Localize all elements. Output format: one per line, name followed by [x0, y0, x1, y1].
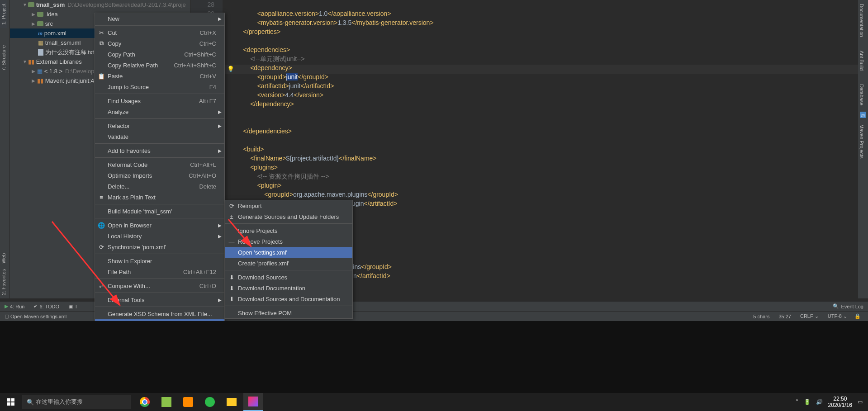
menu-item[interactable]: ⬇Download Sources [225, 272, 352, 283]
status-encoding[interactable]: UTF-8 ⌄ [823, 313, 852, 319]
tab-ant[interactable]: Ant Build [858, 47, 865, 74]
menu-label: New [108, 15, 119, 22]
tab-project[interactable]: 1: Project [0, 0, 7, 28]
menu-item[interactable]: Reformat CodeCtrl+Alt+L [95, 159, 224, 170]
menu-label: Reformat Code [108, 161, 147, 168]
submenu-arrow-icon: ▶ [218, 298, 222, 302]
chrome-icon [140, 397, 150, 407]
desktop-gap [0, 321, 868, 393]
status-eol[interactable]: CRLF ⌄ [796, 313, 823, 319]
menu-item[interactable]: Delete...Delete [95, 181, 224, 192]
menu-label: Add to Favorites [108, 147, 151, 154]
app-intellij[interactable] [243, 393, 263, 411]
svg-rect-3 [11, 398, 14, 402]
menu-item[interactable]: Ignore Projects [225, 225, 352, 236]
app-notepadpp[interactable] [157, 393, 176, 411]
taskbar-apps [135, 393, 263, 411]
menu-item[interactable]: —Remove Projects [225, 236, 352, 247]
menu-item[interactable]: ±Generate Sources and Update Folders [225, 211, 352, 222]
menu-item[interactable]: File PathCtrl+Alt+F12 [95, 266, 224, 277]
menu-item[interactable]: ≡Mark as Plain Text [95, 192, 224, 203]
menu-label: Delete... [108, 183, 129, 190]
submenu-arrow-icon: ▶ [218, 109, 222, 114]
system-tray: ˄ 🔋 🔊 22:502020/1/16 ▭ [796, 396, 868, 408]
menu-item[interactable]: Jump to SourceF4 [95, 81, 224, 92]
menu-item[interactable]: External Tools▶ [95, 294, 224, 305]
folder-icon [28, 2, 34, 7]
context-menu-main[interactable]: New▶✂CutCtrl+X⧉CopyCtrl+CCopy PathCtrl+S… [95, 13, 225, 355]
menu-item[interactable]: Optimize ImportsCtrl+Alt+O [95, 170, 224, 181]
app-explorer[interactable] [222, 393, 242, 411]
tab-favorites[interactable]: 2: Favorites [0, 265, 7, 298]
menu-item[interactable]: ⬇Download Sources and Documentation [225, 293, 352, 304]
menu-item[interactable]: Generate XSD Schema from XML File... [95, 308, 224, 319]
tab-terminal[interactable]: ▣T [64, 303, 82, 309]
menu-label: Open 'settings.xml' [238, 249, 287, 256]
menu-item[interactable]: ⧉CopyCtrl+C [95, 38, 224, 49]
start-button[interactable] [0, 393, 22, 411]
menu-item[interactable]: ⬇Download Documentation [225, 283, 352, 293]
menu-shortcut: Ctrl+Shift+C [184, 51, 216, 58]
menu-item[interactable]: Local History▶ [95, 231, 224, 241]
run-icon: ▶ [5, 303, 8, 309]
tab-run[interactable]: ▶4: Run [0, 303, 29, 309]
tab-structure[interactable]: 7: Structure [0, 42, 7, 75]
tray-chevron-icon[interactable]: ˄ [796, 399, 798, 405]
menu-label: Show Effective POM [238, 310, 292, 317]
menu-label: File Path [108, 269, 131, 275]
log-icon: 🔍 [833, 303, 839, 309]
menu-item[interactable]: Find UsagesAlt+F7 [95, 95, 224, 106]
menu-label: Compare With... [108, 283, 150, 289]
menu-item[interactable]: Build Module 'tmall_ssm' [95, 206, 224, 217]
battery-icon[interactable]: 🔋 [804, 399, 811, 405]
menu-shortcut: Ctrl+Alt+O [189, 172, 216, 179]
tab-database[interactable]: Database [858, 80, 865, 109]
tab-documentation[interactable]: Documentation [858, 0, 865, 41]
menu-item[interactable]: 🌐Open in Browser▶ [95, 220, 224, 231]
tab-maven-projects[interactable]: Maven Projects [858, 121, 865, 162]
menu-label: Show in Explorer [108, 258, 152, 265]
menu-item[interactable]: ⟳Reimport [225, 200, 352, 211]
tab-web[interactable]: Web [0, 250, 7, 267]
app-chrome[interactable] [135, 393, 155, 411]
menu-item[interactable]: ✂CutCtrl+X [95, 27, 224, 38]
tree-root[interactable]: ▼ tmall_ssmD:\DevelopingSoftware\ideaIU-… [10, 0, 190, 9]
menu-item[interactable]: New▶ [95, 13, 224, 24]
menu-item[interactable]: ⟳Synchronize 'pom.xml' [95, 241, 224, 252]
menu-item[interactable]: Open 'settings.xml' [225, 247, 352, 258]
volume-icon[interactable]: 🔊 [816, 399, 823, 405]
left-tool-strip: 1: Project 7: Structure Web 2: Favorites [0, 0, 10, 298]
status-caret[interactable]: 35:27 [774, 314, 796, 319]
menu-icon: 📋 [98, 73, 105, 80]
menu-item[interactable]: Create 'profiles.xml' [225, 258, 352, 269]
notifications-icon[interactable]: ▭ [858, 399, 863, 405]
menu-label: Jump to Source [108, 84, 149, 90]
maven-icon: m [860, 112, 866, 118]
menu-item[interactable]: Refactor▶ [95, 120, 224, 131]
menu-item[interactable]: Analyze▶ [95, 106, 224, 117]
context-menu-maven[interactable]: ⟳Reimport±Generate Sources and Update Fo… [225, 200, 353, 319]
menu-shortcut: Ctrl+X [200, 29, 216, 36]
menu-shortcut: F4 [209, 84, 216, 90]
menu-item[interactable]: ⇄Compare With...Ctrl+D [95, 280, 224, 291]
menu-shortcut: Ctrl+Alt+L [190, 161, 216, 168]
svg-rect-2 [7, 398, 10, 402]
menu-item[interactable]: Copy Relative PathCtrl+Alt+Shift+C [95, 60, 224, 71]
menu-item[interactable]: Copy PathCtrl+Shift+C [95, 49, 224, 60]
lock-icon[interactable]: 🔒 [852, 313, 863, 319]
menu-item[interactable]: Show Effective POM [225, 307, 352, 318]
menu-item[interactable]: Validate [95, 131, 224, 142]
app-wechat[interactable] [200, 393, 220, 411]
menu-item[interactable]: Show in Explorer [95, 255, 224, 266]
app-pdf[interactable] [178, 393, 198, 411]
submenu-arrow-icon: ▶ [218, 16, 222, 21]
menu-item[interactable]: Add to Favorites▶ [95, 145, 224, 156]
menu-label: Refactor [108, 123, 130, 129]
taskbar-search[interactable]: 🔍 在这里输入你要搜 [23, 395, 131, 409]
menu-item[interactable]: 📋PasteCtrl+V [95, 71, 224, 81]
folder-icon [227, 398, 237, 406]
tab-todo[interactable]: ✔6: TODO [29, 303, 64, 309]
clock[interactable]: 22:502020/1/16 [828, 396, 852, 408]
folder-icon [37, 12, 43, 17]
event-log-button[interactable]: 🔍Event Log [828, 303, 868, 309]
